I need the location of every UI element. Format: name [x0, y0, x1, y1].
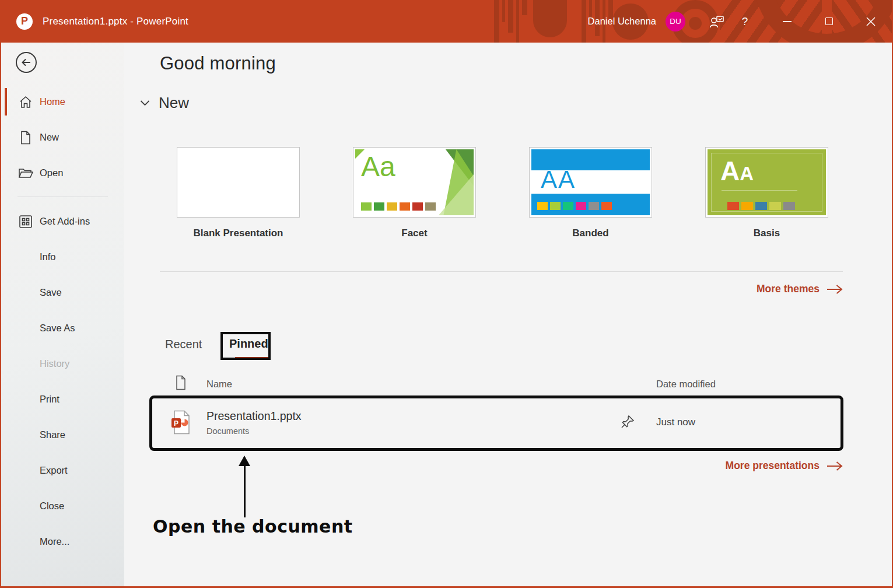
column-header-date-modified[interactable]: Date modified: [656, 379, 716, 390]
template-facet[interactable]: Aa Facet: [353, 147, 476, 239]
maximize-button[interactable]: [815, 0, 843, 43]
sidebar-item-close[interactable]: Close: [1, 488, 124, 524]
sidebar-item-export[interactable]: Export: [1, 453, 124, 488]
sidebar-item-print[interactable]: Print: [1, 382, 124, 417]
banded-white-band: AA: [531, 170, 650, 194]
titlebar-art-bars-1: [494, 0, 527, 43]
sidebar-item-info[interactable]: Info: [1, 239, 124, 275]
share-presenter-icon[interactable]: [703, 0, 731, 43]
facet-theme-swatches: [361, 202, 436, 211]
title-bar: P Presentation1.pptx - PowerPoint Daniel…: [1, 0, 892, 43]
template-label: Basis: [705, 228, 828, 239]
new-section-header[interactable]: New: [140, 94, 189, 112]
basis-letters: AA: [720, 155, 754, 187]
annotation-box-file-row: [149, 396, 843, 451]
avatar[interactable]: DU: [666, 12, 685, 32]
column-header-name[interactable]: Name: [206, 379, 232, 390]
annotation-box-pinned-tab: [220, 332, 271, 360]
sidebar-nav: Home New Open: [1, 84, 124, 559]
basis-thumbnail: AA: [708, 149, 826, 215]
account-user-name[interactable]: Daniel Uchenna: [588, 16, 656, 27]
tab-recent[interactable]: Recent: [165, 338, 202, 351]
annotation-arrow-line: [244, 464, 246, 517]
powerpoint-logo-icon: P: [16, 13, 33, 30]
chevron-down-icon: [140, 100, 150, 106]
document-column-icon: [175, 375, 187, 390]
annotation-caption: Open the document: [153, 516, 353, 537]
sidebar-item-get-add-ins[interactable]: Get Add-ins: [1, 204, 124, 239]
facet-thumbnail: Aa: [355, 149, 474, 215]
template-label: Facet: [353, 228, 476, 239]
sidebar-item-more[interactable]: More...: [1, 524, 124, 559]
template-blank-presentation[interactable]: Blank Presentation: [177, 147, 300, 239]
add-ins-grid-icon: [18, 214, 33, 229]
back-button[interactable]: [16, 52, 37, 73]
home-icon: [18, 94, 33, 110]
basis-theme-swatches: [727, 202, 795, 210]
sidebar-item-label: Get Add-ins: [40, 216, 90, 227]
sidebar-item-home[interactable]: Home: [1, 84, 124, 120]
open-folder-icon: [18, 166, 33, 181]
template-gallery: Blank Presentation Aa Facet: [177, 147, 828, 239]
sidebar-item-label: Open: [40, 167, 63, 178]
titlebar-art-arch: [533, 0, 567, 37]
sidebar-item-open[interactable]: Open: [1, 155, 124, 191]
banded-thumbnail: AA: [531, 149, 650, 215]
right-arrow-icon: [827, 284, 843, 295]
blank-thumbnail: [179, 149, 297, 215]
template-label: Banded: [529, 228, 652, 239]
powerpoint-window: P Presentation1.pptx - PowerPoint Daniel…: [0, 0, 893, 588]
basis-rule-line: [722, 190, 797, 191]
close-button[interactable]: [857, 0, 885, 43]
facet-letters: Aa: [361, 150, 395, 183]
window-title: Presentation1.pptx - PowerPoint: [43, 16, 188, 27]
new-section-title: New: [159, 94, 189, 112]
help-button[interactable]: ?: [731, 0, 759, 43]
greeting-heading: Good morning: [160, 53, 276, 74]
minimize-button[interactable]: [773, 0, 801, 43]
sidebar-divider: [17, 197, 108, 197]
backstage-sidebar: Home New Open: [1, 43, 124, 586]
sidebar-item-label: Home: [40, 96, 65, 107]
sidebar-item-share[interactable]: Share: [1, 417, 124, 453]
template-banded[interactable]: AA Banded: [529, 147, 652, 239]
right-arrow-icon: [827, 461, 843, 471]
banded-theme-swatches: [537, 202, 612, 210]
more-themes-link[interactable]: More themes: [568, 283, 843, 295]
sidebar-item-new[interactable]: New: [1, 120, 124, 155]
section-divider: [160, 271, 843, 272]
sidebar-item-history: History: [1, 346, 124, 382]
new-document-icon: [18, 130, 33, 145]
template-label: Blank Presentation: [177, 228, 300, 239]
template-basis[interactable]: AA Basis: [705, 147, 828, 239]
banded-letters: AA: [541, 170, 576, 194]
sidebar-item-label: New: [40, 132, 59, 143]
sidebar-item-save[interactable]: Save: [1, 275, 124, 310]
backstage-home-panel: Good morning New Blank Presentation: [124, 43, 892, 586]
more-presentations-link[interactable]: More presentations: [568, 460, 843, 472]
sidebar-item-save-as[interactable]: Save As: [1, 310, 124, 346]
